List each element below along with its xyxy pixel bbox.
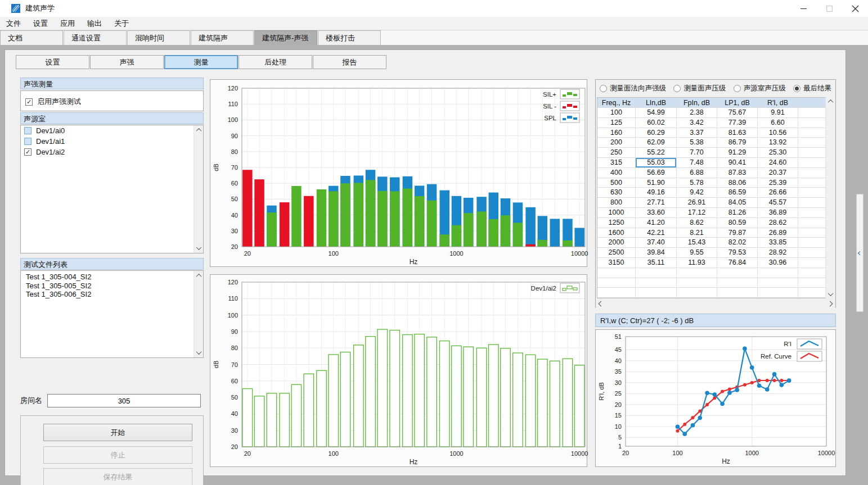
table-cell[interactable]: 8.21 xyxy=(677,228,717,238)
menu-item-3[interactable]: 输出 xyxy=(81,17,108,30)
table-cell[interactable]: 25.39 xyxy=(758,178,798,188)
table-cell[interactable]: 45.57 xyxy=(758,198,798,207)
table-cell[interactable]: 2000 xyxy=(597,238,636,247)
table-row[interactable]: 40056.696.8887.8320.37 xyxy=(597,168,826,178)
main-tab-5[interactable]: 楼板打击 xyxy=(318,30,381,45)
table-cell[interactable]: 79.87 xyxy=(717,228,758,238)
collapse-splitter[interactable] xyxy=(856,194,863,312)
table-row[interactable]: 160042.218.2179.8726.89 xyxy=(597,228,826,238)
table-cell[interactable]: 7.70 xyxy=(677,148,717,157)
table-cell[interactable]: 27.71 xyxy=(636,198,677,207)
main-tab-1[interactable]: 通道设置 xyxy=(64,30,127,45)
main-tab-3[interactable]: 建筑隔声 xyxy=(191,30,254,45)
table-cell[interactable] xyxy=(798,168,826,178)
table-cell[interactable]: 6.60 xyxy=(758,118,798,128)
result-view-radio-2[interactable]: 声源室声压级 xyxy=(734,84,786,93)
sub-tab-2[interactable]: 测量 xyxy=(164,55,238,69)
table-row[interactable]: 31555.037.4890.4124.60 xyxy=(597,158,826,168)
scroll-up-icon[interactable] xyxy=(194,125,204,135)
table-cell[interactable]: 160 xyxy=(597,128,636,138)
scroll-up-icon[interactable] xyxy=(826,97,835,106)
radio-circle-icon[interactable] xyxy=(673,85,681,92)
table-cell[interactable] xyxy=(798,248,826,257)
start-button[interactable]: 开始 xyxy=(43,424,192,441)
main-tab-0[interactable]: 文档 xyxy=(0,30,63,45)
table-cell[interactable] xyxy=(798,238,826,247)
channel-item-2[interactable]: ✓Dev1/ai2 xyxy=(21,147,194,157)
table-cell[interactable] xyxy=(798,188,826,197)
room-name-input[interactable] xyxy=(47,394,201,407)
table-cell[interactable]: 35.11 xyxy=(636,258,677,268)
table-cell[interactable] xyxy=(798,288,826,297)
table-cell[interactable]: 250 xyxy=(597,148,636,157)
channel-checkbox[interactable] xyxy=(24,138,32,145)
table-cell[interactable]: 81.63 xyxy=(717,128,758,138)
table-cell[interactable]: 9.91 xyxy=(758,108,798,117)
table-cell[interactable]: 315 xyxy=(597,158,636,167)
table-cell[interactable]: 49.16 xyxy=(636,188,677,197)
table-cell[interactable]: 37.40 xyxy=(636,238,677,247)
table-cell[interactable]: 60.29 xyxy=(636,128,677,138)
table-cell[interactable]: 81.26 xyxy=(717,208,758,217)
table-cell[interactable]: 100 xyxy=(597,108,636,117)
table-cell[interactable] xyxy=(798,218,826,228)
table-cell[interactable]: 33.60 xyxy=(636,208,677,217)
table-cell[interactable]: 1600 xyxy=(597,228,636,238)
table-cell[interactable]: 10.56 xyxy=(758,128,798,138)
table-row[interactable]: 200037.4015.4382.0233.85 xyxy=(597,238,826,248)
table-row[interactable]: 10054.992.3875.679.91 xyxy=(597,108,826,118)
table-row[interactable]: 50051.905.7888.0625.39 xyxy=(597,178,826,188)
table-row[interactable] xyxy=(597,288,826,298)
table-cell[interactable]: 1250 xyxy=(597,218,636,228)
table-cell[interactable]: 3150 xyxy=(597,258,636,268)
table-cell[interactable]: 500 xyxy=(597,178,636,188)
scroll-up-icon[interactable] xyxy=(194,271,204,280)
table-row[interactable]: 20062.095.3886.7913.92 xyxy=(597,138,826,148)
table-cell[interactable] xyxy=(758,278,798,288)
table-cell[interactable]: 15.43 xyxy=(677,238,717,247)
main-tab-2[interactable]: 混响时间 xyxy=(127,30,190,45)
table-cell[interactable]: 2500 xyxy=(597,248,636,257)
table-cell[interactable]: 90.41 xyxy=(717,158,758,167)
table-cell[interactable]: 3.42 xyxy=(677,118,717,128)
table-cell[interactable] xyxy=(677,278,717,288)
table-cell[interactable]: 82.02 xyxy=(717,238,758,247)
test-file-item-1[interactable]: Test 1_305-005_SI2 xyxy=(21,282,194,291)
table-horizontal-scrollbar[interactable] xyxy=(596,300,835,308)
table-cell[interactable] xyxy=(758,288,798,297)
table-row[interactable] xyxy=(597,278,826,288)
table-cell[interactable] xyxy=(798,138,826,147)
close-icon[interactable] xyxy=(842,0,868,17)
menu-item-4[interactable]: 关于 xyxy=(108,17,135,30)
table-cell[interactable]: 55.22 xyxy=(636,148,677,157)
table-cell[interactable]: 800 xyxy=(597,198,636,207)
table-cell[interactable] xyxy=(798,228,826,238)
sub-tab-1[interactable]: 声强 xyxy=(90,55,164,69)
table-cell[interactable] xyxy=(636,278,677,288)
result-view-radio-0[interactable]: 测量面法向声强级 xyxy=(600,84,666,93)
table-cell[interactable]: 28.92 xyxy=(758,248,798,257)
channel-item-0[interactable]: Dev1/ai0 xyxy=(21,125,194,136)
table-cell[interactable] xyxy=(798,148,826,157)
table-cell[interactable] xyxy=(717,268,758,278)
table-cell[interactable]: 6.88 xyxy=(677,168,717,178)
menu-item-0[interactable]: 文件 xyxy=(0,17,27,30)
enable-si-checkbox[interactable]: ✓ xyxy=(25,98,33,106)
table-row[interactable]: 25055.227.7091.2925.30 xyxy=(597,148,826,158)
table-cell[interactable]: 25.30 xyxy=(758,148,798,157)
table-cell[interactable]: 91.29 xyxy=(717,148,758,157)
table-cell[interactable]: 5.38 xyxy=(677,138,717,147)
table-cell[interactable] xyxy=(798,198,826,207)
table-cell[interactable]: 75.67 xyxy=(717,108,758,117)
table-cell[interactable]: 77.39 xyxy=(717,118,758,128)
table-cell[interactable]: 3.37 xyxy=(677,128,717,138)
table-cell[interactable]: 39.84 xyxy=(636,248,677,257)
test-file-item-0[interactable]: Test 1_305-004_SI2 xyxy=(21,273,194,282)
table-cell[interactable]: 62.09 xyxy=(636,138,677,147)
table-row[interactable]: 16060.293.3781.6310.56 xyxy=(597,128,826,138)
table-cell[interactable]: 33.85 xyxy=(758,238,798,247)
table-row[interactable] xyxy=(597,268,826,278)
table-cell[interactable]: 630 xyxy=(597,188,636,197)
radio-circle-icon[interactable] xyxy=(600,85,607,92)
table-cell[interactable]: 51.90 xyxy=(636,178,677,188)
